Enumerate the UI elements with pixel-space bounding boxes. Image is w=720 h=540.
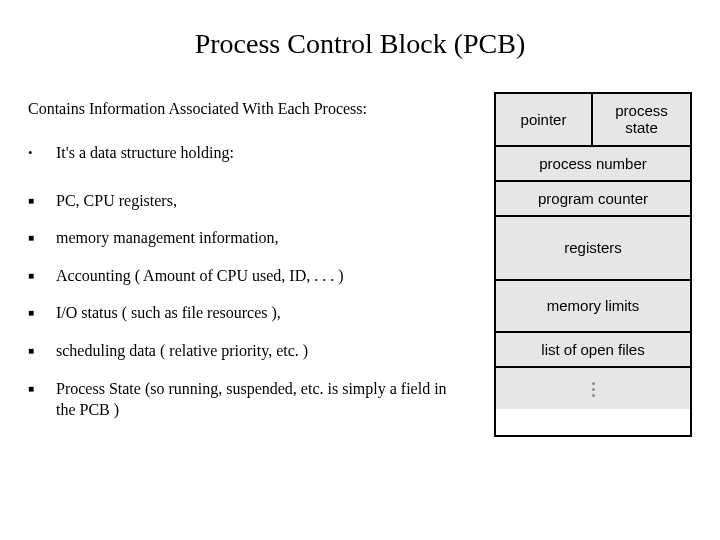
diagram-row: list of open files — [496, 333, 690, 368]
list-item: ■ I/O status ( such as file resources ), — [28, 302, 470, 324]
bullet-square-icon: ■ — [28, 227, 56, 245]
diagram-row: registers — [496, 217, 690, 281]
list-item: ■ Process State (so running, suspended, … — [28, 378, 470, 421]
slide-container: Process Control Block (PCB) Contains Inf… — [0, 0, 720, 540]
list-item-text: It's a data structure holding: — [56, 142, 470, 164]
diagram-row: process number — [496, 147, 690, 182]
diagram-cell-memory-limits: memory limits — [496, 281, 690, 331]
diagram-cell-process-state: process state — [593, 94, 690, 145]
list-item-text: Accounting ( Amount of CPU used, ID, . .… — [56, 265, 470, 287]
list-item: • It's a data structure holding: — [28, 142, 470, 164]
diagram-cell-program-counter: program counter — [496, 182, 690, 215]
diagram-cell-registers: registers — [496, 217, 690, 279]
bullet-square-icon: ■ — [28, 340, 56, 358]
bullet-square-icon: ■ — [28, 302, 56, 320]
text-column: Contains Information Associated With Eac… — [28, 100, 470, 437]
bullet-icon: • — [28, 142, 56, 162]
diagram-row: program counter — [496, 182, 690, 217]
diagram-cell-open-files: list of open files — [496, 333, 690, 366]
list-item-text: scheduling data ( relative priority, etc… — [56, 340, 470, 362]
list-item: ■ scheduling data ( relative priority, e… — [28, 340, 470, 362]
list-item: ■ PC, CPU registers, — [28, 190, 470, 212]
list-item: ■ memory management information, — [28, 227, 470, 249]
list-item-text: I/O status ( such as file resources ), — [56, 302, 470, 324]
slide-title: Process Control Block (PCB) — [28, 28, 692, 60]
diagram-row: memory limits — [496, 281, 690, 333]
bullet-square-icon: ■ — [28, 265, 56, 283]
vertical-ellipsis-icon — [592, 376, 595, 401]
subtitle: Contains Information Associated With Eac… — [28, 100, 470, 118]
list-item-text: PC, CPU registers, — [56, 190, 470, 212]
diagram-row-ellipsis — [496, 368, 690, 409]
bullet-square-icon: ■ — [28, 190, 56, 208]
diagram-row-top: pointer process state — [496, 94, 690, 147]
bullet-square-icon: ■ — [28, 378, 56, 396]
diagram-cell-process-number: process number — [496, 147, 690, 180]
list-item-text: Process State (so running, suspended, et… — [56, 378, 470, 421]
list-item-text: memory management information, — [56, 227, 470, 249]
pcb-diagram: pointer process state process number pro… — [494, 92, 692, 437]
content-area: Contains Information Associated With Eac… — [28, 100, 692, 437]
diagram-cell-ellipsis — [496, 368, 690, 409]
list-item: ■ Accounting ( Amount of CPU used, ID, .… — [28, 265, 470, 287]
diagram-cell-pointer: pointer — [496, 94, 593, 145]
